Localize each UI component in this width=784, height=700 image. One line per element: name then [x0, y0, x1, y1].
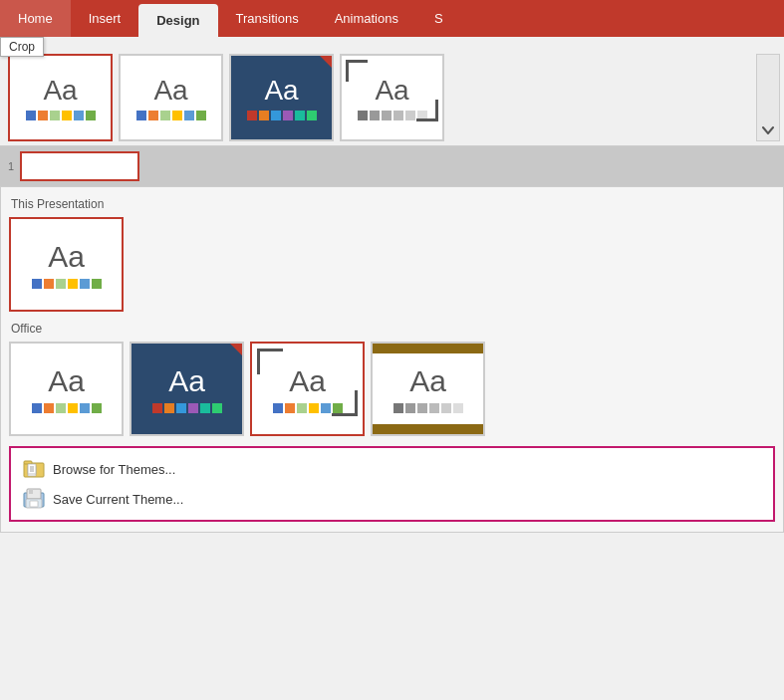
this-presentation-grid: Aa	[9, 217, 775, 312]
ribbon-theme-1[interactable]: Aa	[8, 54, 113, 141]
crop-tooltip: Crop	[0, 37, 44, 57]
section-this-presentation-label: This Presentation	[9, 197, 775, 211]
tp-theme-1[interactable]: Aa	[9, 217, 124, 312]
ribbon-theme-3[interactable]: Aa	[229, 54, 334, 141]
browse-themes-button[interactable]: Browse for Themes...	[21, 454, 763, 484]
dropdown-panel: This Presentation Aa Office Aa	[0, 186, 784, 533]
folder-icon	[23, 458, 45, 480]
tab-transitions[interactable]: Transitions	[218, 0, 317, 37]
section-office-label: Office	[9, 322, 775, 336]
browse-themes-label: Browse for Themes...	[53, 462, 175, 477]
action-section: Browse for Themes... Save Current Theme.…	[9, 446, 775, 522]
tab-insert[interactable]: Insert	[71, 0, 139, 37]
office-theme-3[interactable]: Aa	[250, 342, 365, 436]
ribbon-theme-2[interactable]: Aa	[119, 54, 223, 141]
tab-animations[interactable]: Animations	[317, 0, 416, 37]
ribbon-content: Crop Aa Aa Aa	[0, 37, 784, 146]
office-theme-4[interactable]: Aa	[371, 342, 485, 436]
save-icon	[23, 488, 45, 510]
svg-rect-12	[30, 501, 38, 507]
ribbon-theme-4[interactable]: Aa	[340, 54, 444, 141]
svg-rect-1	[24, 461, 32, 464]
tab-more[interactable]: S	[416, 0, 461, 37]
red-corner-icon	[230, 344, 242, 355]
tab-home[interactable]: Home	[0, 0, 71, 37]
ribbon-bar: Home Insert Design Transitions Animation…	[0, 0, 784, 37]
chevron-down-icon	[762, 126, 774, 134]
save-theme-label: Save Current Theme...	[53, 492, 183, 507]
red-corner-icon	[320, 56, 332, 68]
tab-design[interactable]: Design	[138, 4, 217, 37]
themes-dropdown-button[interactable]	[756, 54, 780, 141]
svg-rect-10	[29, 489, 33, 494]
office-theme-2[interactable]: Aa	[130, 342, 244, 436]
slide-number: 1	[8, 160, 14, 172]
slide-area: 1	[0, 146, 784, 186]
slide-thumbnail	[20, 151, 139, 181]
save-theme-button[interactable]: Save Current Theme...	[21, 484, 763, 514]
office-themes-grid: Aa Aa	[9, 342, 775, 436]
office-theme-1[interactable]: Aa	[9, 342, 124, 436]
